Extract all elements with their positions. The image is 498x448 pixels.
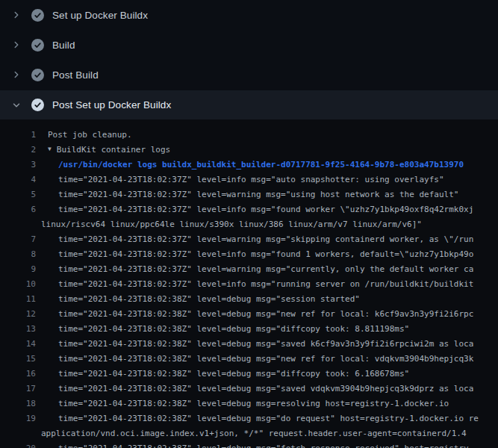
- log-row: 18 time="2021-04-23T18:02:38Z" level=deb…: [0, 396, 498, 411]
- step-label: Set up Docker Buildx: [52, 10, 148, 21]
- log-text: time="2021-04-23T18:02:38Z" level=debug …: [36, 396, 498, 411]
- log-text: Post job cleanup.: [36, 128, 498, 143]
- line-number[interactable]: 11: [0, 292, 36, 307]
- line-number[interactable]: 15: [0, 352, 36, 367]
- step-row-set-up-docker-buildx[interactable]: Set up Docker Buildx: [0, 0, 498, 30]
- log-text: time="2021-04-23T18:02:37Z" level=info m…: [36, 172, 498, 187]
- log-text: time="2021-04-23T18:02:38Z" level=debug …: [36, 292, 498, 307]
- log-area: 1 Post job cleanup. 2 ▼BuildKit containe…: [0, 119, 498, 448]
- log-row: 15 time="2021-04-23T18:02:38Z" level=deb…: [0, 352, 498, 367]
- log-text: time="2021-04-23T18:02:38Z" level=debug …: [36, 382, 498, 396]
- log-row: 6 time="2021-04-23T18:02:37Z" level=info…: [0, 202, 498, 217]
- line-number[interactable]: 2: [0, 143, 36, 158]
- log-text: time="2021-04-23T18:02:37Z" level=info m…: [36, 277, 498, 292]
- log-row: 13 time="2021-04-23T18:02:38Z" level=deb…: [0, 322, 498, 337]
- chevron-right-icon[interactable]: [10, 10, 22, 21]
- log-row: 12 time="2021-04-23T18:02:38Z" level=deb…: [0, 307, 498, 322]
- log-text: time="2021-04-23T18:02:38Z" level=debug …: [36, 411, 498, 426]
- line-number[interactable]: 1: [0, 128, 36, 143]
- log-row: 7 time="2021-04-23T18:02:37Z" level=warn…: [0, 232, 498, 247]
- step-row-post-set-up-docker-buildx[interactable]: Post Set up Docker Buildx: [0, 90, 498, 119]
- log-text: time="2021-04-23T18:02:37Z" level=info m…: [36, 202, 498, 217]
- steps-list: Set up Docker Buildx Build Post Build Po…: [0, 0, 498, 119]
- line-number[interactable]: 12: [0, 307, 36, 322]
- line-number[interactable]: 14: [0, 337, 36, 352]
- step-row-build[interactable]: Build: [0, 30, 498, 60]
- check-circle-icon: [31, 9, 44, 22]
- check-circle-icon: [31, 69, 44, 81]
- check-circle-icon: [31, 99, 44, 111]
- log-text: time="2021-04-23T18:02:37Z" level=warnin…: [36, 187, 498, 202]
- chevron-down-icon[interactable]: [10, 99, 22, 111]
- line-number[interactable]: 18: [0, 396, 36, 411]
- log-row: 1 Post job cleanup.: [0, 128, 498, 143]
- step-label: Build: [52, 40, 75, 51]
- line-number[interactable]: 20: [0, 441, 36, 448]
- line-number[interactable]: 8: [0, 247, 36, 262]
- check-circle-icon: [31, 39, 44, 52]
- line-number[interactable]: 19: [0, 411, 36, 426]
- log-row: 8 time="2021-04-23T18:02:37Z" level=info…: [0, 247, 498, 262]
- log-row: 3 /usr/bin/docker logs buildx_buildkit_b…: [0, 158, 498, 172]
- log-text: application/vnd.oci.image.index.v1+json,…: [36, 426, 498, 441]
- log-text[interactable]: ▼BuildKit container logs: [36, 143, 498, 158]
- line-number[interactable]: 13: [0, 322, 36, 337]
- line-number[interactable]: [0, 217, 36, 232]
- log-row: linux/riscv64 linux/ppc64le linux/s390x …: [0, 217, 498, 232]
- line-number[interactable]: 5: [0, 187, 36, 202]
- line-number[interactable]: 3: [0, 158, 36, 172]
- log-row: 4 time="2021-04-23T18:02:37Z" level=info…: [0, 172, 498, 187]
- log-text: time="2021-04-23T18:02:38Z" level=debug …: [36, 307, 498, 322]
- log-row: 19 time="2021-04-23T18:02:38Z" level=deb…: [0, 411, 498, 426]
- log-row: 10 time="2021-04-23T18:02:37Z" level=inf…: [0, 277, 498, 292]
- log-row: 16 time="2021-04-23T18:02:38Z" level=deb…: [0, 367, 498, 382]
- log-text: time="2021-04-23T18:02:37Z" level=warnin…: [36, 262, 498, 277]
- log-row: 9 time="2021-04-23T18:02:37Z" level=warn…: [0, 262, 498, 277]
- log-text: time="2021-04-23T18:02:38Z" level=debug …: [36, 322, 498, 337]
- log-text: time="2021-04-23T18:02:37Z" level=warnin…: [36, 232, 498, 247]
- log-row: 14 time="2021-04-23T18:02:38Z" level=deb…: [0, 337, 498, 352]
- line-number[interactable]: 16: [0, 367, 36, 382]
- line-number[interactable]: 7: [0, 232, 36, 247]
- log-row: 20 time="2021-04-23T18:02:38Z" level=deb…: [0, 441, 498, 448]
- log-row: 2 ▼BuildKit container logs: [0, 143, 498, 158]
- log-text: linux/riscv64 linux/ppc64le linux/s390x …: [36, 217, 498, 232]
- log-row: 11 time="2021-04-23T18:02:38Z" level=deb…: [0, 292, 498, 307]
- line-number[interactable]: 9: [0, 262, 36, 277]
- step-label: Post Set up Docker Buildx: [52, 99, 171, 111]
- log-text: time="2021-04-23T18:02:37Z" level=info m…: [36, 247, 498, 262]
- log-text: time="2021-04-23T18:02:38Z" level=debug …: [36, 441, 498, 448]
- log-text: time="2021-04-23T18:02:38Z" level=debug …: [36, 337, 498, 352]
- log-row: 17 time="2021-04-23T18:02:38Z" level=deb…: [0, 382, 498, 396]
- group-collapse-triangle-icon[interactable]: ▼: [48, 143, 52, 157]
- chevron-right-icon[interactable]: [10, 40, 22, 51]
- chevron-right-icon[interactable]: [10, 69, 22, 81]
- log-text: time="2021-04-23T18:02:38Z" level=debug …: [36, 352, 498, 367]
- line-number[interactable]: 6: [0, 202, 36, 217]
- line-number[interactable]: 4: [0, 172, 36, 187]
- line-number[interactable]: 17: [0, 382, 36, 396]
- line-number[interactable]: 10: [0, 277, 36, 292]
- log-text: /usr/bin/docker logs buildx_buildkit_bui…: [36, 158, 498, 172]
- step-label: Post Build: [52, 69, 99, 81]
- log-text: time="2021-04-23T18:02:38Z" level=debug …: [36, 367, 498, 382]
- log-row: application/vnd.oci.image.index.v1+json,…: [0, 426, 498, 441]
- line-number[interactable]: [0, 426, 36, 441]
- log-row: 5 time="2021-04-23T18:02:37Z" level=warn…: [0, 187, 498, 202]
- step-row-post-build[interactable]: Post Build: [0, 60, 498, 90]
